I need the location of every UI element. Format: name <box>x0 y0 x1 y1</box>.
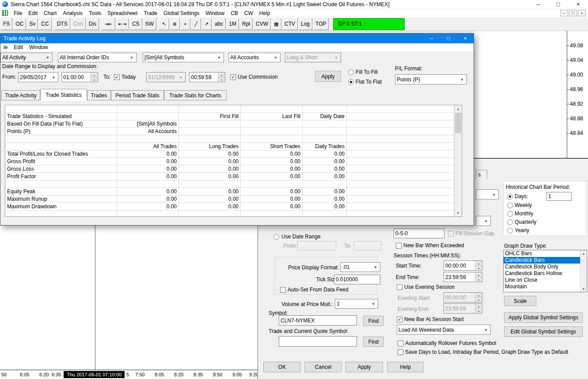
date-to-field[interactable] <box>354 241 381 250</box>
menu-item-cb[interactable]: CB <box>228 9 241 17</box>
days-value-field[interactable]: 1 <box>546 192 572 201</box>
toolbar-pointer-tool-icon[interactable]: ↖ <box>159 18 169 30</box>
to-date-picker[interactable]: 31/12/9999 ▾ <box>146 72 186 82</box>
chart-region-top[interactable]: 49.0849.0449.0048.9648.9248.8848.84 <box>474 31 588 158</box>
menu-item-cw[interactable]: CW <box>241 9 256 17</box>
toolbar-button-con[interactable]: Con <box>71 18 86 30</box>
draw-type-item-candlestick-bars-hollow[interactable]: Candlestick Bars Hollow <box>504 270 580 277</box>
toolbar-button-abc[interactable]: abc <box>212 18 226 30</box>
toolbar-button-dts[interactable]: DTS <box>54 18 70 30</box>
trade-symbol-find-button[interactable]: Find <box>363 337 384 347</box>
date-from-field[interactable] <box>297 241 336 250</box>
from-date-picker[interactable]: 29/05/2017 ▾ <box>18 72 58 82</box>
radio-monthly[interactable] <box>507 211 513 217</box>
spin-down-icon[interactable]: ▾ <box>475 277 482 282</box>
table-row[interactable]: Trade Statistics - SimulatedFirst FillLa… <box>5 113 462 120</box>
toolbar-button-sw[interactable]: SW <box>143 18 156 30</box>
radio-yearly[interactable] <box>507 228 513 234</box>
scroll-down-icon[interactable]: ▼ <box>580 286 587 292</box>
settings-combo-fragment-2[interactable]: ▾ <box>476 216 491 226</box>
draw-type-item-mountain[interactable]: Mountain <box>504 283 580 290</box>
spin-down-icon[interactable]: ▾ <box>91 77 98 82</box>
tal-menu-item-edit[interactable]: Edit <box>11 44 26 50</box>
toolbar-expand-bars-icon[interactable]: ⇤⇥ <box>116 18 129 30</box>
chart-region-bottom[interactable] <box>0 226 258 370</box>
tab-trade-statistics[interactable]: Trade Statistics <box>40 89 87 101</box>
tal-menu-item-window[interactable]: Window <box>26 44 51 50</box>
radio-weekly[interactable] <box>507 203 513 208</box>
end-time-spinner[interactable]: 23:59:59 ▴▾ <box>444 272 482 282</box>
radio-quarterly[interactable] <box>507 219 513 225</box>
toolbar-button-log[interactable]: Log <box>298 18 312 30</box>
draw-type-item-ohlc-bars[interactable]: OHLC Bars <box>504 250 580 257</box>
toolbar-ray-tool-icon[interactable]: ↗ <box>201 18 212 30</box>
tab-trade-stats-for-charts[interactable]: Trade Stats for Charts <box>164 90 227 100</box>
table-row[interactable]: Based On Fill Data (Flat To Flat)[Sim]Al… <box>5 120 462 128</box>
radio-days[interactable] <box>507 194 513 199</box>
draw-type-item-candlestick-bars[interactable]: Candlestick Bars <box>504 257 580 264</box>
table-row[interactable]: Maximum Drawdown0.000.000.000.00 <box>5 203 462 211</box>
table-row[interactable]: Maximum Runup0.000.000.000.00 <box>5 195 462 203</box>
spin-down-icon[interactable]: ▾ <box>218 77 225 82</box>
toolbar-crosshair-circle-tool-icon[interactable]: ⊕ <box>170 18 180 30</box>
toolbar-button-dis[interactable]: Dis <box>86 18 99 30</box>
filter-combo-0[interactable]: All Activity▾ <box>0 53 53 62</box>
minimize-icon[interactable]: – <box>423 34 440 43</box>
spin-up-icon[interactable]: ▴ <box>475 304 482 309</box>
tick-size-field[interactable]: 0.010000 <box>334 275 380 284</box>
start-time-spinner[interactable]: 00:00:00 ▴▾ <box>444 260 482 271</box>
help-button[interactable]: Help <box>387 362 424 372</box>
use-evening-session-checkbox[interactable] <box>397 284 402 290</box>
menu-item-trade[interactable]: Trade <box>140 9 160 17</box>
close-icon[interactable]: × <box>568 0 588 8</box>
toolbar-button-ctv[interactable]: CTV <box>282 18 298 30</box>
trade-symbol-field[interactable] <box>279 336 357 347</box>
toolbar-button-sv[interactable]: Sv <box>27 18 38 30</box>
menu-item-file[interactable]: File <box>11 9 25 17</box>
radio-fill-to-fill[interactable] <box>348 69 354 75</box>
tal-menu-item-le[interactable]: le <box>0 44 11 50</box>
fill-session-gap-checkbox[interactable] <box>448 231 454 237</box>
tal-title-bar[interactable]: Trade Activity Log – □ × <box>0 34 474 43</box>
table-row[interactable] <box>5 135 462 143</box>
settings-tab-fragment[interactable]: s <box>476 170 487 179</box>
menu-item-window[interactable]: Window <box>202 9 228 17</box>
evening-start-spinner[interactable]: 00:00:00 ▴▾ <box>444 292 482 302</box>
menu-item-help[interactable]: Help <box>256 9 273 17</box>
symbol-find-button[interactable]: Find <box>363 316 384 326</box>
menu-item-analysis[interactable]: Analysis <box>60 9 86 17</box>
session-gap-field[interactable]: 0-5-0 <box>394 229 444 238</box>
from-time-spinner[interactable]: 01:00:00 ▴▾ <box>61 72 98 82</box>
filter-combo-1[interactable]: All Internal Order IDs▾ <box>58 53 137 62</box>
scroll-up-icon[interactable]: ▲ <box>580 250 587 256</box>
spin-down-icon[interactable]: ▾ <box>475 309 482 313</box>
spin-down-icon[interactable]: ▾ <box>475 298 482 302</box>
tab-period-trade-stats[interactable]: Period Trade Stats <box>111 90 164 100</box>
spin-up-icon[interactable]: ▴ <box>475 272 482 277</box>
menu-item-spreadsheet[interactable]: Spreadsheet <box>104 9 140 17</box>
toolbar-button-1m[interactable]: 1M <box>226 18 239 30</box>
use-commission-checkbox[interactable] <box>230 74 236 80</box>
table-row[interactable] <box>5 105 462 113</box>
spin-up-icon[interactable]: ▴ <box>91 73 98 77</box>
toolbar-button-fs[interactable]: FS <box>0 18 12 30</box>
settings-combo-fragment-1[interactable]: ▾ <box>476 189 499 199</box>
ok-button[interactable]: OK <box>263 362 301 372</box>
menu-item-global-settings[interactable]: Global Settings <box>160 9 202 17</box>
table-row[interactable]: Points (P)All Accounts <box>5 128 462 135</box>
menu-item-edit[interactable]: Edit <box>25 9 41 17</box>
filter-combo-2[interactable]: [Sim]All Symbols▾ <box>143 53 224 62</box>
cancel-button[interactable]: Cancel <box>304 362 342 372</box>
today-checkbox[interactable] <box>114 74 120 80</box>
new-bar-at-session-start-checkbox[interactable] <box>397 317 402 322</box>
apply-button[interactable]: Apply <box>345 362 383 372</box>
apply-global-symbol-settings-button[interactable]: Apply Global Symbol Settings <box>504 312 583 323</box>
menu-item-tools[interactable]: Tools <box>86 9 104 17</box>
radio-flat-to-flat[interactable] <box>348 79 354 85</box>
table-scrollbar[interactable]: ▲ ▼ <box>454 105 462 216</box>
scale-button[interactable]: Scale <box>504 296 536 306</box>
save-defaults-checkbox[interactable] <box>398 349 403 355</box>
edit-global-symbol-settings-button[interactable]: Edit Global Symbol Settings <box>504 326 583 337</box>
mdi-restore-icon[interactable]: □ <box>569 10 577 16</box>
weekend-data-combo[interactable]: Load All Weekend Data ▾ <box>397 325 491 335</box>
